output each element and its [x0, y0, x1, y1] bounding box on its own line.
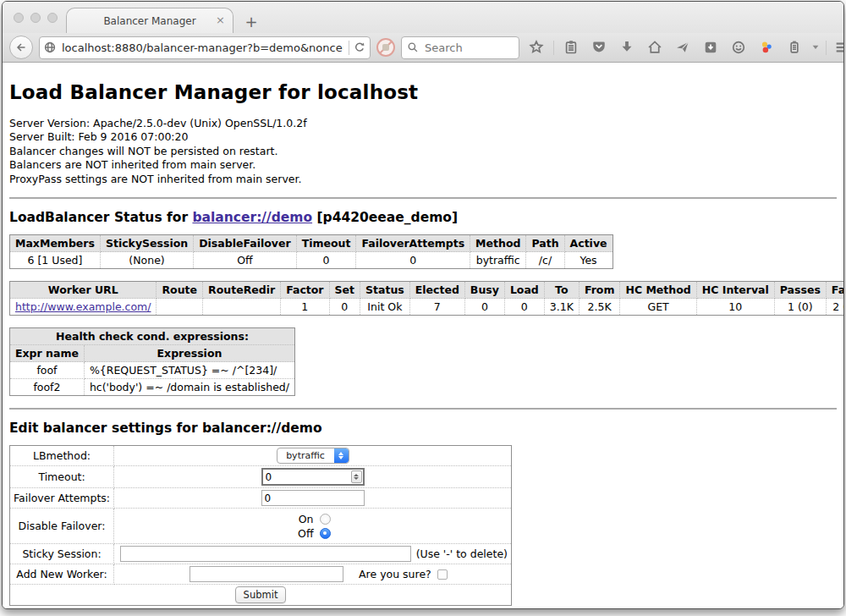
col-busy: Busy	[464, 282, 504, 299]
new-tab-button[interactable]: +	[242, 14, 261, 30]
radio-off[interactable]	[320, 528, 331, 539]
battery-button[interactable]	[783, 36, 805, 58]
reload-icon[interactable]	[353, 41, 366, 54]
health-table-title: Health check cond. expressions:	[10, 328, 295, 345]
close-window-button[interactable]	[14, 13, 24, 23]
col-fails: Fails	[826, 282, 843, 299]
lbmethod-selected-value: bytraffic	[277, 450, 334, 461]
cell-load: 0	[504, 299, 544, 316]
proxypass-note-line: ProxyPass settings are NOT inherited fro…	[9, 173, 837, 186]
table-header-row: Worker URL Route RouteRedir Factor Set S…	[10, 282, 844, 299]
timeout-input[interactable]	[261, 468, 365, 486]
col-route: Route	[157, 282, 203, 299]
minimize-window-button[interactable]	[30, 13, 41, 23]
navigation-toolbar	[3, 33, 843, 63]
radio-on[interactable]	[320, 514, 331, 525]
col-set: Set	[329, 282, 360, 299]
radio-on-label: On	[295, 513, 314, 525]
cell-active: Yes	[564, 252, 613, 269]
cell-disablefailover: Off	[194, 252, 296, 269]
cell-routeredir	[203, 299, 281, 316]
col-elected: Elected	[409, 282, 464, 299]
health-row: foof %{REQUEST_STATUS} =~ /^[234]/	[10, 362, 295, 379]
url-bar[interactable]	[39, 36, 371, 59]
worker-row: http://www.example.com/ 1 0 Init Ok 7 0 …	[10, 299, 844, 316]
cell-busy: 0	[464, 299, 504, 316]
persist-note-line: Balancer changes will NOT be persisted o…	[9, 145, 837, 158]
save-box-icon	[703, 40, 718, 55]
cell-fails: 2 (0)	[826, 299, 843, 316]
bookmark-star-icon	[529, 40, 544, 55]
col-from: From	[579, 282, 620, 299]
search-bar[interactable]	[401, 36, 519, 59]
sticky-session-cell: (Use '-' to delete)	[114, 544, 512, 564]
failover-attempts-cell	[114, 488, 512, 509]
sticky-session-input[interactable]	[120, 546, 411, 562]
back-icon	[14, 41, 28, 54]
number-spinner-icon[interactable]	[351, 470, 362, 483]
send-tab-button[interactable]	[672, 36, 694, 58]
col-factor: Factor	[281, 282, 329, 299]
page-title: Load Balancer Manager for localhost	[9, 81, 837, 103]
downloads-button[interactable]	[616, 36, 638, 58]
cell-set: 0	[329, 299, 360, 316]
submit-button[interactable]: Submit	[235, 586, 287, 603]
col-timeout: Timeout	[296, 235, 356, 252]
home-button[interactable]	[644, 36, 666, 58]
browser-tab[interactable]: Balancer Manager ×	[66, 8, 233, 33]
search-input[interactable]	[423, 41, 508, 55]
col-method: Method	[470, 235, 526, 252]
content-blocker-icon[interactable]	[376, 38, 395, 57]
reading-list-icon	[563, 40, 579, 55]
pocket-button[interactable]	[588, 36, 610, 58]
status-heading: LoadBalancer Status for balancer://demo …	[9, 210, 837, 225]
timeout-cell	[114, 466, 512, 488]
urlbar-divider	[349, 41, 349, 55]
feedback-button[interactable]	[728, 36, 750, 58]
color-dots-icon	[759, 40, 774, 55]
divider-1	[9, 197, 837, 199]
disable-failover-label: Disable Failover:	[10, 509, 114, 544]
menu-button[interactable]	[832, 36, 844, 58]
are-you-sure-checkbox[interactable]	[437, 569, 448, 580]
worker-url-link[interactable]: http://www.example.com/	[15, 300, 151, 313]
status-heading-prefix: LoadBalancer Status for	[9, 210, 192, 225]
disable-failover-cell: On Off	[114, 509, 512, 544]
status-heading-suffix: [p4420eeae_demo]	[312, 210, 458, 225]
feedback-smiley-icon	[731, 40, 746, 55]
balancer-link[interactable]: balancer://demo	[192, 210, 312, 225]
sticky-session-label: Sticky Session:	[10, 544, 114, 564]
dropdown-caret-icon	[812, 45, 819, 50]
cell-expr-name: foof	[10, 362, 85, 379]
toolbar-overflow-caret[interactable]	[811, 45, 820, 50]
bookmark-star-button[interactable]	[525, 36, 547, 58]
failover-attempts-input[interactable]	[261, 490, 365, 506]
add-worker-input[interactable]	[190, 566, 343, 582]
toolbar-divider	[553, 41, 554, 55]
col-load: Load	[504, 282, 544, 299]
timeout-label: Timeout:	[10, 466, 114, 488]
cell-method: bytraffic	[470, 252, 526, 269]
back-button[interactable]	[9, 36, 33, 59]
edit-balancer-form: LBmethod: bytraffic Timeout:	[9, 445, 512, 606]
health-check-table: Health check cond. expressions: Expr nam…	[9, 327, 295, 396]
reading-list-button[interactable]	[560, 36, 582, 58]
zoom-window-button[interactable]	[47, 13, 58, 23]
cell-from: 2.5K	[579, 299, 620, 316]
submit-cell: Submit	[10, 585, 512, 606]
col-worker-url: Worker URL	[10, 282, 157, 299]
health-header-row: Expr name Expression	[10, 345, 295, 362]
save-to-device-button[interactable]	[700, 36, 722, 58]
form-row-failover-attempts: Failover Attempts:	[10, 488, 512, 509]
form-row-timeout: Timeout:	[10, 466, 512, 488]
cell-factor: 1	[281, 299, 329, 316]
lbmethod-select[interactable]: bytraffic	[277, 448, 349, 464]
col-hc-method: HC Method	[620, 282, 696, 299]
cell-passes: 1 (0)	[774, 299, 826, 316]
cell-expression: %{REQUEST_STATUS} =~ /^[234]/	[84, 362, 294, 379]
tab-close-icon[interactable]: ×	[216, 14, 225, 26]
lbmethod-label: LBmethod:	[10, 446, 114, 466]
url-input[interactable]	[60, 41, 345, 55]
extension-colors-button[interactable]	[755, 36, 777, 58]
form-row-lbmethod: LBmethod: bytraffic	[10, 446, 512, 466]
